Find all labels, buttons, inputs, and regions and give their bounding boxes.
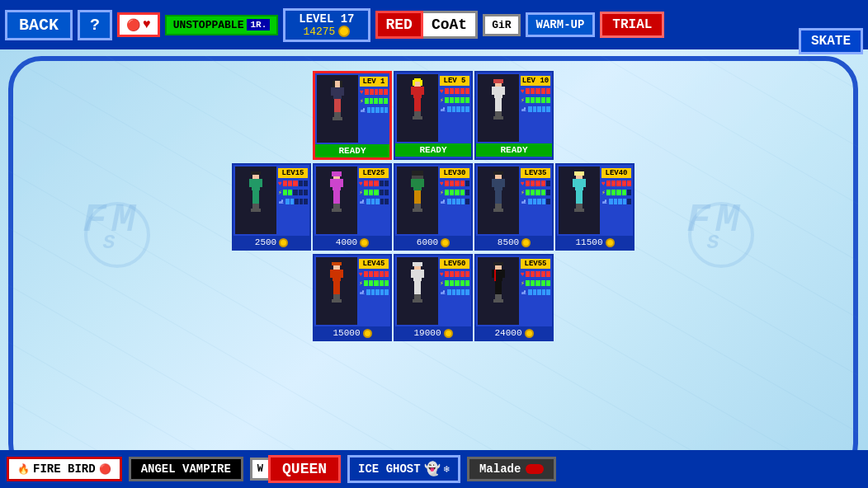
svg-rect-101 [333,294,337,299]
girl-badge: GiR [483,14,520,36]
heart-display: 🔴 ♥ [117,12,160,37]
svg-rect-54 [333,190,337,204]
svg-rect-112 [414,294,417,299]
svg-rect-113 [417,294,421,299]
char-figure-7 [485,171,512,230]
svg-rect-78 [498,190,502,204]
svg-rect-23 [414,111,417,116]
heart-icon: 🔴 [126,18,140,32]
queen-badge[interactable]: W QUEEN [250,455,341,483]
unstoppable-label: UNSTOPPABLE [173,19,244,31]
svg-rect-106 [413,262,422,266]
svg-rect-17 [414,78,421,82]
fsm-watermark-left: FSM [83,198,182,264]
char-card-9[interactable]: LEV45 ♥ ⚡ [313,254,392,341]
warmup-button[interactable]: WARM-UP [526,12,596,37]
svg-rect-63 [413,179,422,190]
price-9: 15000 [333,328,360,338]
svg-rect-64 [411,179,414,187]
svg-rect-20 [421,87,424,95]
svg-rect-73 [493,171,503,175]
svg-rect-62 [412,176,423,179]
char-card-4[interactable]: LEV15 ♥ ⚡ [232,163,311,251]
svg-rect-98 [340,270,343,278]
svg-rect-56 [333,204,337,209]
red-coat-label: RED CoAt [375,11,479,39]
svg-rect-109 [421,270,424,278]
char-figure-10 [404,261,431,321]
svg-rect-40 [252,179,260,190]
trial-button[interactable]: TRIAL [600,12,664,38]
malade-label: Malade [479,462,521,476]
svg-rect-91 [579,204,583,209]
iceghost-label: ICE GHOST [358,462,421,476]
svg-rect-65 [421,179,424,187]
firebird-badge[interactable]: 🔥 FIRE BIRD 🔴 [7,457,122,481]
svg-rect-29 [494,87,502,98]
char-figure-8 [566,171,592,230]
price-11: 24000 [494,328,521,338]
svg-rect-50 [332,171,342,176]
char-figure-11 [485,261,512,321]
svg-rect-39 [251,171,261,175]
char-card-3[interactable]: LEV 10 ♥ ⚡ [474,71,554,160]
svg-rect-25 [413,116,417,120]
coin-7 [521,238,531,247]
svg-rect-82 [498,209,503,212]
svg-rect-55 [337,190,340,204]
svg-rect-77 [495,190,498,204]
svg-rect-108 [411,270,414,278]
char-card-10[interactable]: LEV50 ♥ ⚡ [394,254,473,341]
angel-vampire-badge[interactable]: ANGEL VAMPIRE [129,457,243,481]
char-card-11[interactable]: LEV55 ♥ ⚡ [474,254,554,341]
svg-rect-12 [333,117,337,120]
heart-count: ♥ [143,17,151,32]
svg-rect-10 [334,112,337,117]
rank-label: 1R. [247,19,270,30]
char-card-5[interactable]: LEV25 ♥ ⚡ [313,163,392,251]
svg-rect-8 [334,99,337,112]
char-row-1: LEV 1 ♥ ⚡ [215,71,652,160]
fsm-watermark-right: FSM [686,198,785,264]
svg-rect-102 [337,294,340,299]
char-figure-4 [243,171,269,230]
char-row-3: LEV45 ♥ ⚡ [215,254,652,341]
coat-label: CoAt [423,11,478,39]
svg-rect-127 [498,299,503,303]
svg-rect-115 [417,299,422,303]
svg-rect-3 [333,81,335,87]
svg-rect-47 [251,209,256,212]
svg-rect-33 [498,98,502,111]
back-button[interactable]: BACK [5,10,73,40]
char-figure-5 [323,171,350,230]
svg-rect-120 [502,270,505,278]
char-card-1[interactable]: LEV 1 ♥ ⚡ [313,71,392,160]
svg-rect-9 [337,99,341,112]
svg-rect-114 [413,299,417,303]
coins-value: 14275 [303,26,335,38]
queen-prefix: W [250,458,268,481]
help-button[interactable]: ? [78,10,112,40]
svg-rect-35 [498,111,502,116]
coin-9 [363,329,372,338]
svg-rect-99 [333,281,337,294]
char-card-8[interactable]: LEV40 ♥ ⚡ [555,163,634,251]
svg-rect-76 [502,179,505,187]
svg-rect-93 [579,209,584,212]
char-card-6[interactable]: LEV30 ♥ ⚡ [394,163,473,251]
malade-icon [526,464,544,474]
svg-rect-51 [333,179,341,190]
char-card-7[interactable]: LEV35 ♥ ⚡ [474,163,554,251]
top-bar: BACK ? 🔴 ♥ UNSTOPPABLE 1R. LEVEL 17 1427… [0,0,868,49]
coin-8 [606,238,615,247]
svg-rect-57 [337,204,340,209]
svg-rect-71 [417,209,422,212]
svg-rect-85 [575,179,583,190]
malade-badge[interactable]: Malade [467,457,556,481]
char-card-2[interactable]: LEV 5 ♥ ⚡ [394,71,473,160]
svg-rect-4 [340,81,342,87]
skate-button[interactable]: SKATE [799,28,863,54]
iceghost-badge[interactable]: ICE GHOST 👻 ❄ [347,455,460,483]
coin-10 [444,329,453,338]
price-4: 2500 [255,237,276,247]
